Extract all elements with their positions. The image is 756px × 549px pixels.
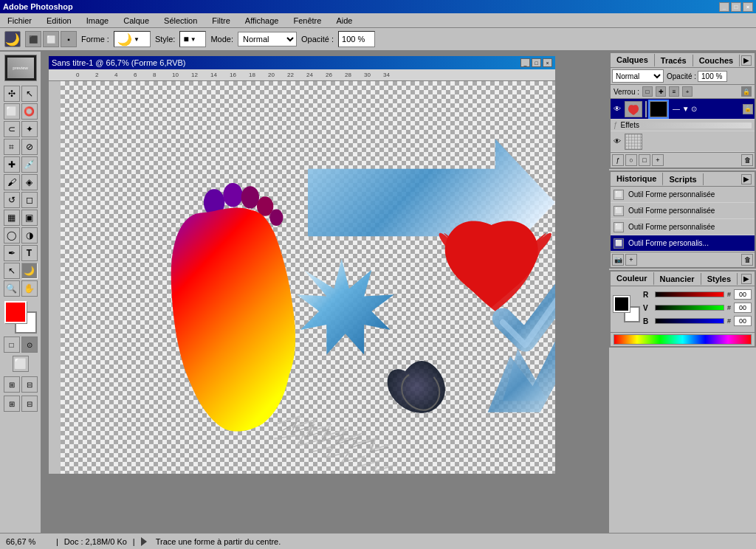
foreground-color-swatch[interactable] (4, 301, 27, 323)
layer-row-forme6[interactable]: 👁 — ▼ ⊙ 🔒 (611, 99, 755, 120)
history-row-3[interactable]: ⬜ Outil Forme personnalisée (611, 219, 755, 235)
title-bar-controls[interactable]: _ □ × (719, 2, 753, 12)
delete-layer-btn[interactable]: 🗑 (741, 154, 753, 166)
menu-aide[interactable]: Aide (331, 15, 357, 26)
tab-couleur[interactable]: Couleur (611, 272, 654, 286)
g-slider[interactable] (655, 305, 724, 311)
status-arrow-icon[interactable] (141, 537, 150, 546)
spectrum-bar[interactable] (614, 334, 752, 345)
text-tool[interactable]: T (21, 245, 38, 261)
move-tool[interactable]: ✣ (4, 86, 20, 102)
heal-tool[interactable]: ✚ (4, 156, 20, 173)
slice-tool[interactable]: ⊘ (21, 139, 38, 155)
paint-bucket-tool[interactable]: ▣ (21, 210, 38, 226)
path-select-tool[interactable]: ↖ (4, 263, 20, 279)
new-doc-from-state-btn[interactable]: + (625, 254, 637, 266)
layer-eye-bg[interactable]: 👁 (612, 137, 622, 147)
magic-wand-tool[interactable]: ✦ (21, 121, 38, 137)
new-snapshot-btn[interactable]: 📷 (612, 254, 624, 266)
menu-selection[interactable]: Sélection (159, 15, 202, 26)
effects-scrollbar[interactable] (642, 122, 752, 128)
blur-tool[interactable]: ◯ (4, 227, 20, 244)
crop-tool[interactable]: ⌗ (4, 139, 20, 155)
blend-mode-select[interactable]: Normal (612, 69, 664, 83)
menu-edition[interactable]: Edition (42, 15, 76, 26)
gradient-tool[interactable]: ▦ (4, 210, 20, 226)
opacite-input[interactable]: 100 % (338, 31, 375, 47)
shape-path-btn[interactable]: ⬜ (43, 31, 59, 47)
tab-styles[interactable]: Styles (701, 273, 738, 285)
layer-row-bg[interactable]: 👁 (611, 131, 755, 152)
doc-close-btn[interactable]: × (543, 58, 552, 67)
menu-image[interactable]: Image (82, 15, 114, 26)
imageready-btn4[interactable]: ⊟ (21, 396, 38, 412)
brush-tool[interactable]: 🖌 (4, 174, 20, 190)
select-tool[interactable]: ↖ (21, 86, 38, 102)
r-slider[interactable] (655, 291, 724, 297)
b-slider[interactable] (655, 318, 724, 324)
standard-mode-btn[interactable]: □ (4, 336, 20, 353)
lock-image-icon[interactable]: ✚ (656, 86, 666, 97)
zoom-tool[interactable]: 🔍 (4, 280, 20, 297)
tab-historique[interactable]: Historique (611, 173, 663, 186)
dodge-tool[interactable]: ◑ (21, 227, 38, 244)
layer-eye-icon[interactable]: 👁 (612, 104, 622, 114)
opacity-value[interactable]: 100 % (698, 71, 727, 82)
delete-state-btn[interactable]: 🗑 (741, 254, 753, 266)
history-row-4[interactable]: ⬜ Outil Forme personalis... (611, 235, 755, 252)
maximize-button[interactable]: □ (731, 2, 741, 12)
eyedropper-tool[interactable]: 💉 (21, 156, 38, 173)
add-style-btn[interactable]: ƒ (612, 154, 624, 166)
pen-tool[interactable]: ✒ (4, 245, 20, 261)
lock-transparent-icon[interactable]: □ (642, 86, 653, 97)
minimize-button[interactable]: _ (719, 2, 729, 12)
history-row-1[interactable]: ⬜ Outil Forme personnalisée (611, 187, 755, 203)
lock-layer-icon[interactable]: 🔒 (743, 104, 753, 114)
doc-maximize-btn[interactable]: □ (532, 58, 541, 67)
style-selector[interactable]: ■▼ (179, 31, 206, 47)
doc-minimize-btn[interactable]: _ (520, 58, 530, 67)
marquee-rect-tool[interactable]: ⬜ (4, 103, 20, 120)
screen-mode-btn[interactable]: ⬜ (13, 356, 29, 372)
shape-layer-btn[interactable]: ⬛ (25, 31, 41, 47)
b-value[interactable]: 00 (734, 316, 752, 326)
tab-couches[interactable]: Couches (693, 55, 740, 66)
lock-position-icon[interactable]: ≡ (669, 86, 679, 97)
hand-tool[interactable]: ✋ (21, 280, 38, 297)
shape-pixel-btn[interactable]: ▪ (61, 31, 77, 47)
doc-title-controls[interactable]: _ □ × (520, 58, 552, 67)
custom-shape-tool[interactable]: 🌙 (21, 263, 38, 279)
lasso-tool[interactable]: ⊂ (4, 121, 20, 137)
imageready-btn2[interactable]: ⊟ (21, 376, 38, 393)
historique-panel-menu[interactable]: ▶ (741, 174, 752, 184)
eraser-tool[interactable]: ◻ (21, 192, 38, 208)
marquee-ellipse-tool[interactable]: ⭕ (21, 103, 38, 120)
calques-panel-menu[interactable]: ▶ (741, 55, 752, 66)
imageready-btn3[interactable]: ⊞ (4, 396, 20, 412)
menu-fenetre[interactable]: Fenêtre (289, 15, 326, 26)
quick-mask-btn[interactable]: ⊙ (21, 336, 38, 353)
tab-calques[interactable]: Calques (611, 54, 655, 67)
menu-fichier[interactable]: Fichier (3, 15, 36, 26)
imageready-btn1[interactable]: ⊞ (4, 376, 20, 393)
add-mask-btn[interactable]: ○ (625, 154, 637, 166)
menu-filtre[interactable]: Filtre (207, 15, 234, 26)
new-layer-btn[interactable]: + (652, 154, 664, 166)
menu-affichage[interactable]: Affichage (241, 15, 284, 26)
history-brush-tool[interactable]: ↺ (4, 192, 20, 208)
menu-calque[interactable]: Calque (119, 15, 154, 26)
mode-select[interactable]: Normal (238, 32, 297, 46)
lock-all-icon[interactable]: + (682, 86, 693, 97)
g-value[interactable]: 00 (734, 303, 752, 313)
tab-nuancier[interactable]: Nuancier (654, 273, 701, 285)
clone-tool[interactable]: ◈ (21, 174, 38, 190)
history-row-2[interactable]: ⬜ Outil Forme personnalisée (611, 203, 755, 219)
lock-active-icon[interactable]: 🔒 (741, 86, 752, 97)
couleur-panel-menu[interactable]: ▶ (741, 274, 752, 284)
r-value[interactable]: 00 (734, 289, 752, 300)
fg-swatch-panel[interactable] (614, 296, 630, 312)
close-button[interactable]: × (743, 2, 753, 12)
tab-traces[interactable]: Tracés (655, 55, 693, 66)
tab-scripts[interactable]: Scripts (663, 173, 703, 185)
forme-selector[interactable]: 🌙 ▼ (114, 31, 151, 47)
